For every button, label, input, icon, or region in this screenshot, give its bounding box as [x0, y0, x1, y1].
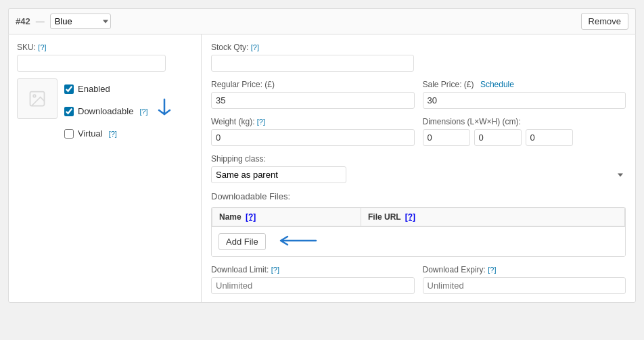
files-url-help[interactable]: [?] [405, 212, 415, 222]
svg-point-1 [33, 95, 36, 97]
sale-price-label: Sale Price: (£) Schedule [423, 80, 626, 89]
weight-label: Weight (kg): [?] [211, 117, 415, 126]
files-col-name: Name [?] [212, 208, 361, 226]
blue-arrow-left-icon [277, 233, 317, 249]
shipping-class-group: Shipping class: Same as parent No shippi… [211, 154, 626, 183]
enabled-checkbox[interactable] [64, 84, 74, 94]
downloadable-row: Downloadable [?] [64, 106, 148, 116]
add-file-button[interactable]: Add File [218, 233, 266, 250]
variation-body: SKU: [?] [8, 34, 636, 303]
weight-group: Weight (kg): [?] [211, 117, 415, 146]
price-row: Regular Price: (£) Sale Price: (£) Sched… [211, 80, 626, 109]
variation-container: #42 — Blue Red Green Remove SKU: [?] [0, 0, 644, 340]
downloadable-section: Downloadable [?] [64, 98, 193, 124]
separator: — [36, 16, 45, 26]
add-file-arrow-annotation [277, 233, 317, 251]
color-select-wrapper[interactable]: Blue Red Green [50, 14, 111, 29]
downloadable-checkbox[interactable] [64, 107, 74, 116]
sku-input[interactable] [17, 55, 166, 72]
download-limit-label: Download Limit: [?] [211, 265, 415, 274]
variation-header: #42 — Blue Red Green Remove [8, 8, 636, 34]
dimensions-label: Dimensions (L×W×H) (cm): [423, 117, 626, 126]
downloadable-files-label: Downloadable Files: [211, 191, 626, 201]
header-left: #42 — Blue Red Green [16, 14, 111, 29]
stock-qty-group: Stock Qty: [?] [211, 43, 626, 72]
downloadable-arrow-annotation [154, 98, 175, 124]
checks-col: Enabled Downloadable [?] [64, 78, 193, 139]
files-table-header: Name [?] File URL [?] [212, 208, 625, 226]
downloadable-label[interactable]: Downloadable [78, 106, 133, 116]
enabled-label[interactable]: Enabled [78, 84, 110, 94]
right-panel: Stock Qty: [?] Regular Price: (£) Sale P… [202, 34, 635, 302]
files-name-help[interactable]: [?] [246, 212, 256, 222]
files-table: Name [?] File URL [?] Add File [211, 207, 626, 257]
sale-price-group: Sale Price: (£) Schedule [423, 80, 626, 109]
checkboxes-section: Enabled Downloadable [?] [64, 84, 193, 139]
image-icon [28, 89, 47, 108]
download-expiry-input[interactable] [423, 277, 626, 294]
stock-qty-label: Stock Qty: [?] [211, 43, 626, 52]
color-select[interactable]: Blue Red Green [50, 14, 111, 29]
weight-help[interactable]: [?] [257, 118, 265, 126]
left-panel: SKU: [?] [9, 34, 202, 302]
remove-button[interactable]: Remove [581, 13, 628, 30]
left-inner: Enabled Downloadable [?] [17, 78, 193, 139]
schedule-link[interactable]: Schedule [480, 80, 514, 89]
download-expiry-group: Download Expiry: [?] [423, 265, 626, 294]
sale-price-input[interactable] [423, 92, 626, 109]
enabled-row: Enabled [64, 84, 193, 94]
limits-row: Download Limit: [?] Download Expiry: [?] [211, 265, 626, 294]
dim-h-input[interactable] [526, 129, 573, 146]
regular-price-input[interactable] [211, 92, 415, 109]
weight-input[interactable] [211, 129, 415, 146]
dimensions-group: Dimensions (L×W×H) (cm): [423, 117, 626, 146]
regular-price-group: Regular Price: (£) [211, 80, 415, 109]
virtual-help-link[interactable]: [?] [109, 130, 117, 138]
weight-dims-row: Weight (kg): [?] Dimensions (L×W×H) (cm)… [211, 117, 626, 146]
download-expiry-label: Download Expiry: [?] [423, 265, 626, 274]
shipping-select-wrapper[interactable]: Same as parent No shipping class Standar… [211, 166, 626, 183]
sku-help-link[interactable]: [?] [38, 43, 46, 51]
blue-arrow-down-icon [154, 98, 175, 122]
download-limit-help[interactable]: [?] [271, 266, 279, 274]
variation-image[interactable] [17, 78, 58, 119]
virtual-row: Virtual [?] [64, 128, 193, 139]
download-expiry-help[interactable]: [?] [488, 266, 496, 274]
sku-label: SKU: [?] [17, 43, 193, 52]
variation-number: #42 [16, 16, 30, 26]
files-col-url: File URL [?] [361, 208, 624, 226]
dim-w-input[interactable] [474, 129, 522, 146]
download-limit-input[interactable] [211, 277, 415, 294]
add-file-row: Add File [212, 226, 625, 256]
download-limit-group: Download Limit: [?] [211, 265, 415, 294]
stock-qty-help[interactable]: [?] [251, 43, 259, 51]
image-col [17, 78, 64, 119]
virtual-label[interactable]: Virtual [78, 128, 103, 139]
virtual-checkbox[interactable] [64, 129, 74, 139]
regular-price-label: Regular Price: (£) [211, 80, 415, 89]
shipping-class-label: Shipping class: [211, 154, 626, 164]
shipping-class-select[interactable]: Same as parent No shipping class Standar… [211, 166, 346, 183]
sku-section: SKU: [?] [17, 43, 193, 72]
downloadable-help-link[interactable]: [?] [139, 107, 147, 116]
dimensions-inputs [423, 129, 626, 146]
stock-qty-input[interactable] [211, 55, 414, 72]
dim-l-input[interactable] [423, 129, 470, 146]
downloadable-files-section: Downloadable Files: Name [?] File URL [?… [211, 191, 626, 257]
